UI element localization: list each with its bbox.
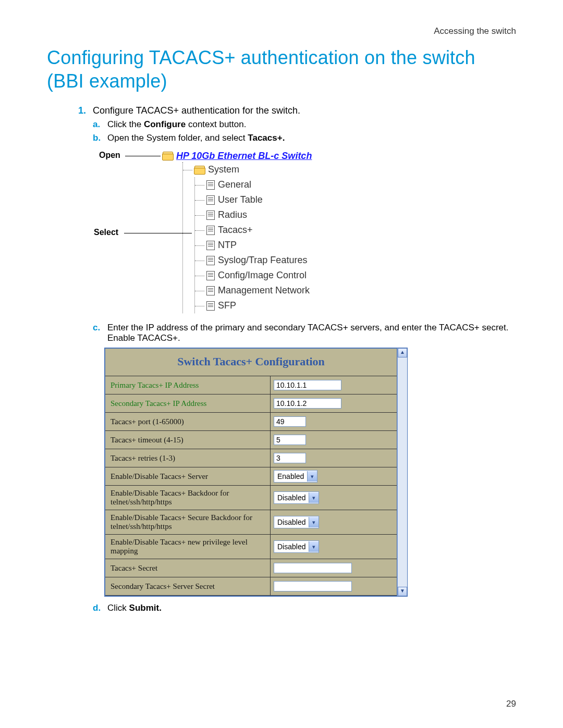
tree-item-label: Config/Image Control (218, 270, 307, 281)
config-row: Tacacs+ port (1-65000) (105, 413, 397, 431)
config-row: Tacacs+ timeout (4-15) (105, 431, 397, 449)
tree-item-label: Syslog/Trap Features (218, 255, 307, 266)
document-icon (206, 301, 215, 311)
config-row: Secondary Tacacs+ Server Secret (105, 577, 397, 596)
config-value-cell: Disabled▾ (271, 510, 397, 534)
config-label: Tacacs+ Secret (105, 559, 271, 577)
tree-item-label: Radius (218, 209, 247, 220)
substep-c-text: Enter the IP address of the primary and … (107, 323, 516, 343)
config-row: Tacacs+ retries (1-3) (105, 449, 397, 467)
substep-ordinal-a: a. (93, 119, 107, 130)
document-icon (206, 211, 215, 220)
config-input[interactable] (274, 435, 306, 445)
config-select[interactable]: Enabled▾ (274, 470, 317, 483)
tree-item-label: Management Network (218, 285, 310, 296)
config-label: Enable/Disable Tacacs+ new privilege lev… (105, 535, 271, 559)
substep-d-text: Click Submit. (107, 603, 162, 613)
chevron-down-icon[interactable]: ▾ (307, 471, 317, 482)
tree-folder-system[interactable]: System (183, 162, 375, 177)
config-input[interactable] (274, 453, 306, 463)
config-label: Secondary Tacacs+ Server Secret (105, 577, 271, 595)
config-value-cell: Enabled▾ (271, 467, 397, 485)
breadcrumb: Accessing the switch (47, 26, 516, 36)
tree-item[interactable]: Syslog/Trap Features (195, 253, 375, 268)
config-label: Enable/Disable Tacacs+ Backdoor for teln… (105, 486, 271, 510)
document-icon (206, 241, 215, 250)
tree-item-label: SFP (218, 300, 236, 311)
document-icon (206, 286, 215, 295)
config-label: Tacacs+ timeout (4-15) (105, 431, 271, 449)
tree-item[interactable]: General (195, 177, 375, 192)
config-value-cell (271, 376, 397, 394)
scroll-up-icon[interactable]: ▲ (398, 348, 407, 357)
page-number: 29 (506, 699, 516, 709)
tree-item-label: Tacacs+ (218, 225, 253, 236)
tree-item[interactable]: NTP (195, 238, 375, 253)
select-value: Disabled (274, 542, 309, 551)
callout-select: Select (94, 228, 118, 237)
config-row: Enable/Disable Tacacs+ new privilege lev… (105, 535, 397, 559)
config-panel: Switch Tacacs+ Configuration Primary Tac… (104, 348, 408, 597)
config-input[interactable] (274, 563, 352, 573)
config-value-cell (271, 449, 397, 467)
config-value-cell (271, 431, 397, 449)
document-icon (206, 271, 215, 280)
document-icon (206, 226, 215, 235)
panel-title: Switch Tacacs+ Configuration (105, 349, 397, 376)
tree-item-label: General (218, 179, 251, 190)
folder-open-icon (163, 152, 173, 160)
config-input[interactable] (274, 380, 341, 390)
config-row: Primary Tacacs+ IP Address (105, 376, 397, 394)
config-row: Enable/Disable Tacacs+ Secure Backdoor f… (105, 510, 397, 535)
config-label: Tacacs+ port (1-65000) (105, 413, 271, 430)
callout-open: Open (99, 151, 120, 160)
document-icon (206, 256, 215, 265)
substep-ordinal-b: b. (93, 133, 107, 143)
config-row: Tacacs+ Secret (105, 559, 397, 577)
step-ordinal: 1. (78, 105, 93, 116)
config-select[interactable]: Disabled▾ (274, 540, 319, 553)
chevron-down-icon[interactable]: ▾ (309, 517, 319, 527)
config-select[interactable]: Disabled▾ (274, 516, 319, 528)
config-input[interactable] (274, 416, 306, 427)
select-value: Disabled (274, 493, 309, 502)
config-value-cell (271, 394, 397, 412)
config-select[interactable]: Disabled▾ (274, 491, 319, 504)
config-label: Primary Tacacs+ IP Address (105, 376, 271, 394)
scrollbar[interactable]: ▲ ▼ (397, 348, 407, 596)
config-label: Enable/Disable Tacacs+ Server (105, 467, 271, 485)
config-value-cell (271, 577, 397, 595)
chevron-down-icon[interactable]: ▾ (309, 541, 319, 552)
tree-item[interactable]: SFP (195, 298, 375, 313)
select-value: Disabled (274, 518, 309, 526)
step-text: Configure TACACS+ authentication for the… (93, 105, 300, 116)
config-row: Secondary Tacacs+ IP Address (105, 394, 397, 413)
substep-a-text: Click the Configure context button. (107, 119, 246, 130)
chevron-down-icon[interactable]: ▾ (309, 492, 319, 503)
document-icon (206, 195, 215, 205)
substep-ordinal-c: c. (93, 323, 107, 343)
config-value-cell (271, 559, 397, 577)
substep-ordinal-d: d. (93, 603, 107, 613)
tree-item[interactable]: User Table (195, 192, 375, 207)
page-title: Configuring TACACS+ authentication on th… (47, 46, 516, 93)
tree-diagram: Open HP 10Gb Ethernet BL-c Switch System… (104, 150, 375, 313)
tree-item-label: User Table (218, 194, 263, 205)
folder-open-icon (194, 166, 205, 174)
tree-item[interactable]: Config/Image Control (195, 268, 375, 283)
document-icon (206, 180, 215, 190)
config-label: Tacacs+ retries (1-3) (105, 449, 271, 467)
tree-item[interactable]: Tacacs+ (195, 223, 375, 238)
config-label: Enable/Disable Tacacs+ Secure Backdoor f… (105, 510, 271, 534)
scroll-down-icon[interactable]: ▼ (398, 587, 407, 596)
config-value-cell (271, 413, 397, 430)
tree-root-link[interactable]: HP 10Gb Ethernet BL-c Switch (176, 151, 312, 162)
config-value-cell: Disabled▾ (271, 486, 397, 510)
config-row: Enable/Disable Tacacs+ Backdoor for teln… (105, 486, 397, 510)
tree-item[interactable]: Management Network (195, 283, 375, 298)
config-value-cell: Disabled▾ (271, 535, 397, 559)
config-input[interactable] (274, 398, 341, 409)
config-row: Enable/Disable Tacacs+ ServerEnabled▾ (105, 467, 397, 486)
config-input[interactable] (274, 581, 352, 591)
tree-item[interactable]: Radius (195, 207, 375, 223)
